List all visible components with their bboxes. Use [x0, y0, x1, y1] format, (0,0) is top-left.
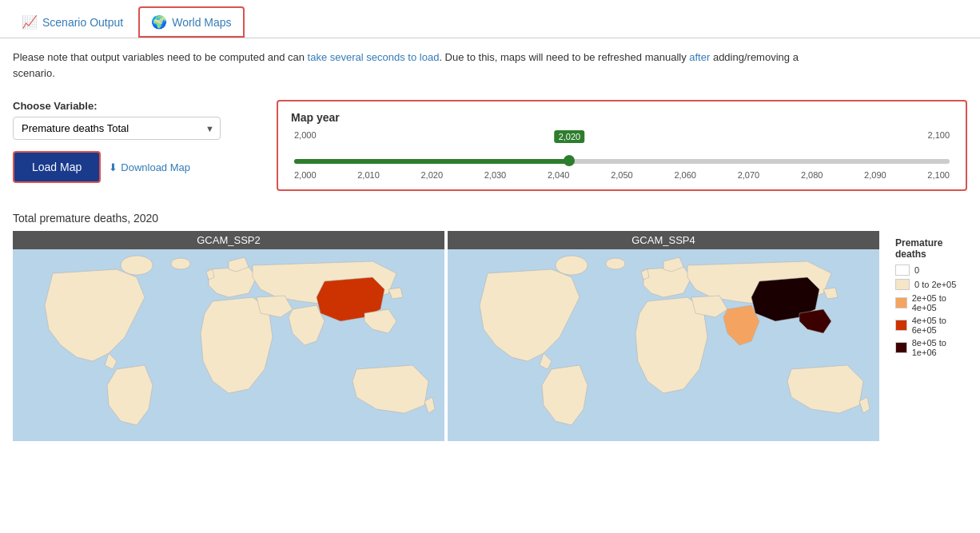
map-section: Total premature deaths, 2020 GCAM_SSP2: [0, 199, 980, 441]
legend-item-0: 0: [895, 265, 961, 276]
legend-title: Prematuredeaths: [895, 237, 961, 260]
slider-track-fill: [294, 159, 569, 164]
svg-point-1: [121, 256, 153, 275]
download-icon: ⬇: [109, 161, 118, 173]
svg-point-4: [556, 256, 588, 275]
legend-item-3: 4e+05 to 6e+05: [895, 316, 961, 335]
slider-track[interactable]: [294, 156, 950, 167]
legend-item-1: 0 to 2e+05: [895, 279, 961, 290]
map-section-title: Total premature deaths, 2020: [13, 212, 967, 225]
map-gcam-ssp2: GCAM_SSP2: [13, 231, 444, 441]
controls-section: Choose Variable: Premature deaths Total …: [0, 92, 980, 199]
globe-icon: 🌍: [151, 14, 167, 30]
tab-world-maps[interactable]: 🌍 World Maps: [138, 6, 244, 38]
map-gcam-ssp4: GCAM_SSP4: [448, 231, 879, 441]
world-map-ssp4-svg: [448, 249, 879, 441]
legend-color-3: [895, 320, 907, 331]
legend-label-4: 8e+05 to 1e+06: [912, 338, 961, 357]
download-map-label: Download Map: [121, 161, 190, 173]
tab-scenario-output-label: Scenario Output: [42, 16, 123, 29]
legend-color-2: [895, 297, 907, 308]
legend-label-2: 2e+05 to 4e+05: [912, 293, 961, 312]
slider-min-label: 2,000: [294, 130, 317, 140]
chart-icon: 📈: [22, 14, 38, 30]
maps-row: GCAM_SSP2: [13, 231, 967, 441]
action-buttons: Load Map ⬇ Download Map: [13, 151, 261, 183]
notice-text: Please note that output variables need t…: [0, 38, 980, 92]
map-gcam-ssp2-label: GCAM_SSP2: [13, 231, 444, 249]
slider-max-label: 2,100: [927, 130, 950, 140]
map-gcam-ssp4-image: [448, 249, 879, 441]
legend-label-1: 0 to 2e+05: [914, 280, 956, 289]
legend-label-3: 4e+05 to 6e+05: [912, 316, 961, 335]
svg-point-2: [171, 258, 190, 269]
left-panel: Choose Variable: Premature deaths Total …: [13, 100, 261, 183]
download-map-link[interactable]: ⬇ Download Map: [109, 161, 190, 173]
svg-point-5: [606, 258, 625, 269]
legend-color-1: [895, 279, 910, 290]
legend-color-4: [895, 342, 907, 353]
legend-color-0: [895, 265, 910, 276]
variable-select[interactable]: Premature deaths Total CO2 Emissions GDP…: [13, 117, 221, 140]
variable-select-wrapper: Premature deaths Total CO2 Emissions GDP…: [13, 117, 221, 140]
legend-item-4: 8e+05 to 1e+06: [895, 338, 961, 357]
slider-current-bubble: 2,020: [555, 130, 585, 143]
choose-variable-label: Choose Variable:: [13, 100, 261, 112]
slider-thumb[interactable]: [564, 155, 575, 166]
legend-item-2: 2e+05 to 4e+05: [895, 293, 961, 312]
map-year-panel: Map year 2,000 2,020 2,100 2,000 2,010 2…: [277, 100, 967, 191]
slider-container: 2,000 2,020 2,100 2,000 2,010 2,020 2,03…: [291, 130, 953, 180]
map-year-title: Map year: [291, 111, 953, 124]
map-gcam-ssp4-label: GCAM_SSP4: [448, 231, 879, 249]
tab-world-maps-label: World Maps: [172, 16, 231, 29]
legend-label-0: 0: [914, 265, 919, 275]
slider-ticks: 2,000 2,010 2,020 2,030 2,040 2,050 2,06…: [294, 170, 950, 180]
map-gcam-ssp2-image: [13, 249, 444, 441]
legend: Prematuredeaths 0 0 to 2e+05 2e+05 to 4e…: [889, 231, 967, 367]
load-map-button[interactable]: Load Map: [13, 151, 101, 183]
world-map-ssp2-svg: [13, 249, 444, 441]
tab-scenario-output[interactable]: 📈 Scenario Output: [10, 7, 135, 37]
tab-bar: 📈 Scenario Output 🌍 World Maps: [0, 0, 980, 38]
